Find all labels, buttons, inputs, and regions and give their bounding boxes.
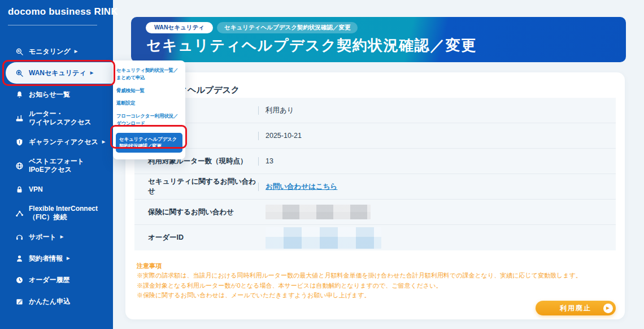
chevron-right-icon: ▶ [60,235,63,239]
note-line: ※保険に関するお問い合わせは、メールでいただきますようお願い申し上げます。 [137,291,582,300]
brand-logo: docomo business RINK [8,6,118,18]
content-card: セキュリティヘルプデスク 利用あり2025-10-21利用対象ルーター数（現時点… [125,72,625,319]
redacted-value [266,227,381,249]
breadcrumb: WANセキュリティ セキュリティヘルプデスク契約状況確認／変更 [146,22,358,33]
headset-icon [15,232,24,241]
submenu-item-flow-collector[interactable]: フローコレクター利用状況／ダウンロード [116,112,182,127]
sidebar-item-router-wireless[interactable]: ルーター・ワイヤレスアクセス [0,105,113,131]
sidebar-item-label: お知らせ一覧 [29,90,70,99]
logo-divider [8,25,97,25]
sidebar-item-vpn[interactable]: VPN [0,179,113,200]
router-icon [15,114,24,123]
value-divider [258,106,259,115]
sidebar-item-label: ベストエフォートIPoEアクセス [29,157,84,174]
row-value: 利用あり [266,106,294,115]
notes-title: 注意事項 [137,261,582,271]
sidebar-item-wan-security[interactable]: WANセキュリティ▶ [6,62,113,84]
sidebar-item-news-list[interactable]: お知らせ一覧 [0,84,113,105]
row-label: オーダーID [148,233,258,243]
clock-icon [15,275,24,284]
cancel-usage-button[interactable]: 利用廃止 ▶ [536,301,616,315]
wan-security-icon [15,68,24,77]
sidebar-item-label: ルーター・ワイヤレスアクセス [29,110,92,127]
submenu-item-security-contract-list[interactable]: セキュリティ契約状況一覧／まとめて申込 [116,67,182,81]
monitoring-icon [15,47,24,56]
submenu-item-block-settings[interactable]: 遮断設定 [116,99,182,107]
sidebar-item-label: ギャランティアクセス [29,138,98,146]
shield-icon [15,137,24,146]
sidebar-item-guarantee-access[interactable]: ギャランティアクセス▶ [0,131,113,153]
sidebar-item-label: Flexible InterConnect（FIC）接続 [29,205,98,222]
sidebar: docomo business RINK モニタリング▶WANセキュリティ▶お知… [0,0,113,329]
info-row-4: セキュリティに関するお問い合わせお問い合わせはこちら [134,174,616,200]
redacted-value [266,205,371,219]
sidebar-item-label: サポート [29,233,56,241]
value-divider [258,183,259,191]
note-line: ※実際の請求額は、当該月における同時利用ルーター数の最大値と月額料金単価を掛け合… [137,271,582,280]
row-label: セキュリティに関するお問い合わせ [148,177,258,196]
chevron-right-icon: ▶ [102,140,105,144]
submenu-item-threat-detection-list[interactable]: 脅威検知一覧 [116,87,182,94]
pencil-icon [15,297,24,306]
wan-security-submenu: セキュリティ契約状況一覧／まとめて申込脅威検知一覧遮断設定フローコレクター利用状… [113,60,185,159]
sidebar-item-besteffort-ipoe[interactable]: ベストエフォートIPoEアクセス [0,153,113,179]
arrow-circle-icon: ▶ [603,304,613,313]
info-row-6: オーダーID [134,225,616,250]
notes-block: 注意事項 ※実際の請求額は、当該月における同時利用ルーター数の最大値と月額料金単… [137,261,582,301]
row-label: 保険に関するお問い合わせ [148,207,258,217]
sidebar-item-label: VPN [29,185,43,194]
chevron-right-icon: ▶ [67,256,69,261]
cancel-usage-button-label: 利用廃止 [560,304,591,313]
network-icon [15,209,24,218]
sidebar-item-contractor-info[interactable]: 契約者情報▶ [0,248,113,269]
sidebar-item-label: WANセキュリティ [29,69,86,77]
note-line: ※課金対象となる利用ルーター数が0となる場合、本サービスは自動解約となりますので… [137,281,582,291]
lock-icon [15,185,24,194]
value-divider [258,157,259,166]
person-icon [15,254,24,263]
sidebar-item-monitoring[interactable]: モニタリング▶ [0,41,113,62]
notes-lines: ※実際の請求額は、当該月における同時利用ルーター数の最大値と月額料金単価を掛け合… [137,271,582,300]
sidebar-item-order-history[interactable]: オーダー履歴 [0,269,113,291]
sidebar-item-easy-application[interactable]: かんたん申込 [0,291,113,312]
sidebar-item-fic-connection[interactable]: Flexible InterConnect（FIC）接続 [0,200,113,226]
value-divider [258,132,259,140]
breadcrumb-current-page: セキュリティヘルプデスク契約状況確認／変更 [217,22,358,33]
breadcrumb-wan-security[interactable]: WANセキュリティ [146,22,213,33]
chevron-right-icon: ▶ [90,71,93,75]
row-value: 2025-10-21 [266,132,302,140]
sidebar-item-support[interactable]: サポート▶ [0,226,113,248]
sidebar-nav: モニタリング▶WANセキュリティ▶お知らせ一覧ルーター・ワイヤレスアクセスギャラ… [0,41,113,312]
bell-icon [15,90,24,99]
chevron-right-icon: ▶ [75,49,77,54]
sidebar-item-label: 契約者情報 [29,254,63,263]
contract-info-table: 利用あり2025-10-21利用対象ルーター数（現時点）13セキュリティに関する… [134,98,616,250]
row-value: 13 [266,157,273,165]
sidebar-item-label: かんたん申込 [29,297,70,306]
sidebar-item-label: モニタリング [29,47,71,56]
sidebar-item-label: オーダー履歴 [29,276,70,284]
globe-icon [15,161,24,170]
info-row-5: 保険に関するお問い合わせ [134,200,616,225]
submenu-item-security-helpdesk[interactable]: セキュリティヘルプデスク契約状況確認／変更 [116,133,182,153]
page-header-banner: WANセキュリティ セキュリティヘルプデスク契約状況確認／変更 セキュリティヘル… [131,17,626,62]
page-title: セキュリティヘルプデスク契約状況確認／変更 [146,36,477,55]
info-row-2: 2025-10-21 [134,123,616,149]
contact-link[interactable]: お問い合わせはこちら [266,182,337,192]
info-row-3: 利用対象ルーター数（現時点）13 [134,149,616,174]
info-row-1: 利用あり [134,98,616,123]
